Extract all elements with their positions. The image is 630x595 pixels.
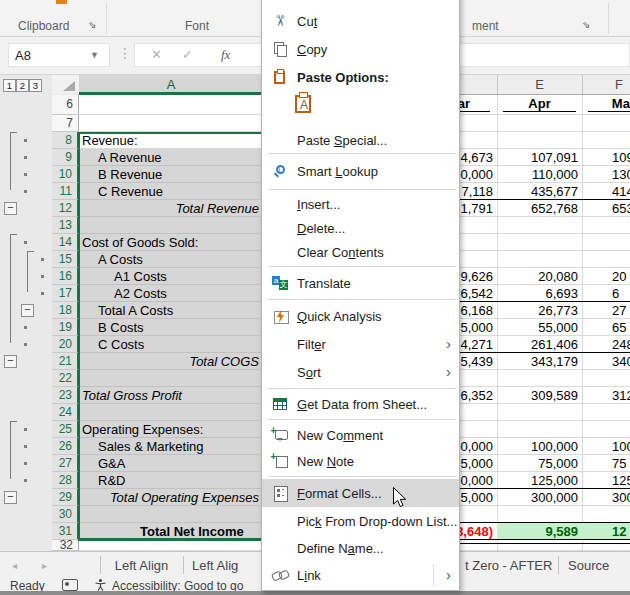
- alignment-dialog-launcher-icon[interactable]: ⇘: [582, 19, 590, 30]
- row-header[interactable]: 17: [52, 285, 79, 302]
- row-header[interactable]: 20: [52, 336, 79, 353]
- enter-icon[interactable]: ✓: [182, 47, 193, 62]
- sheet-tab-left-align[interactable]: Left Align: [100, 558, 183, 573]
- formula-bar-splitter-icon[interactable]: ⋮: [118, 45, 132, 61]
- cell-value[interactable]: 261,406: [497, 336, 582, 352]
- row-header[interactable]: 27: [52, 455, 79, 472]
- cell-value[interactable]: 248: [582, 336, 630, 352]
- cell-a15[interactable]: A Costs: [79, 251, 263, 268]
- menu-item-sort[interactable]: Sort›: [262, 358, 459, 386]
- menu-item-cut[interactable]: ✂Cut: [262, 7, 459, 35]
- cancel-icon[interactable]: ✕: [151, 47, 162, 62]
- row-header[interactable]: 15: [52, 251, 79, 268]
- cell-value[interactable]: 414: [582, 183, 630, 199]
- cell-value[interactable]: 20: [582, 268, 630, 284]
- sheet-nav-next-icon[interactable]: ▸: [42, 560, 47, 571]
- cell-value[interactable]: 27: [582, 302, 630, 318]
- cell-a23[interactable]: Total Gross Profit: [79, 387, 263, 404]
- row-header[interactable]: 10: [52, 166, 79, 183]
- cell-a18[interactable]: Total A Costs: [79, 302, 263, 319]
- cell-value[interactable]: 75: [582, 455, 630, 471]
- menu-item-smart-lookup[interactable]: iSmart Lookup: [262, 156, 459, 187]
- menu-item-pick-from-drop-down-list[interactable]: Pick From Drop-down List...: [262, 507, 459, 535]
- cell-value[interactable]: 6: [582, 285, 630, 301]
- row-header[interactable]: 14: [52, 234, 79, 251]
- cell-value[interactable]: 125: [582, 472, 630, 488]
- row-header[interactable]: 24: [52, 404, 79, 421]
- outline-collapse-button[interactable]: −: [4, 491, 17, 504]
- cell-value[interactable]: 6,693: [497, 285, 582, 301]
- menu-item-quick-analysis[interactable]: Quick Analysis: [262, 302, 459, 330]
- cell-a29[interactable]: Total Operating Expenses: [79, 489, 263, 506]
- cell-value[interactable]: 100: [582, 438, 630, 454]
- sheet-nav-prev-icon[interactable]: ◂: [12, 560, 17, 571]
- menu-item-paste-options[interactable]: Paste Options:: [262, 63, 459, 91]
- sheet-tab-source[interactable]: Source: [568, 558, 609, 573]
- menu-item-get-data-from-sheet[interactable]: Get Data from Sheet...: [262, 391, 459, 417]
- cell-a10[interactable]: B Revenue: [79, 166, 263, 183]
- cell-a6[interactable]: [79, 95, 263, 115]
- cell-a11[interactable]: C Revenue: [79, 183, 263, 200]
- sheet-tab-left-alig[interactable]: Left Alig: [192, 558, 238, 573]
- menu-item-link[interactable]: Link›: [262, 561, 459, 589]
- cell-value[interactable]: 65: [582, 319, 630, 335]
- row-header[interactable]: 11: [52, 183, 79, 200]
- menu-item-format-cells[interactable]: Format Cells...: [262, 479, 459, 507]
- cell-value[interactable]: 653: [582, 200, 630, 216]
- cell-value[interactable]: 107,091: [497, 149, 582, 165]
- cell-value[interactable]: 9,589: [497, 523, 582, 539]
- cell-value[interactable]: 55,000: [497, 319, 582, 335]
- cell-value[interactable]: 652,768: [497, 200, 582, 216]
- cell-value[interactable]: 343,179: [497, 353, 582, 369]
- clipboard-dialog-launcher-icon[interactable]: ⇘: [88, 19, 96, 30]
- menu-item-insert[interactable]: Insert...: [262, 192, 459, 216]
- cell-value[interactable]: 130: [582, 166, 630, 182]
- cell-a14[interactable]: Cost of Goods Sold:: [79, 234, 263, 251]
- row-header[interactable]: 9: [52, 149, 79, 166]
- cell-a13[interactable]: [79, 217, 263, 234]
- row-header[interactable]: 28: [52, 472, 79, 489]
- cell-value[interactable]: 110,000: [497, 166, 582, 182]
- row-header[interactable]: 12: [52, 200, 79, 217]
- cell-value[interactable]: 125,000: [497, 472, 582, 488]
- cell-a19[interactable]: B Costs: [79, 319, 263, 336]
- outline-collapse-button[interactable]: −: [4, 202, 17, 215]
- outline-level-3-button[interactable]: 3: [29, 79, 42, 92]
- row-header[interactable]: 25: [52, 421, 79, 438]
- menu-item-clear-contents[interactable]: Clear Contents: [262, 240, 459, 264]
- cell-a12[interactable]: Total Revenue: [79, 200, 263, 217]
- menu-item-paste-special[interactable]: Paste Special...: [262, 129, 459, 151]
- cell-value[interactable]: 109: [582, 149, 630, 165]
- menu-item-new-comment[interactable]: +New Comment: [262, 422, 459, 448]
- cell-value[interactable]: 75,000: [497, 455, 582, 471]
- cell-a7[interactable]: [79, 115, 263, 132]
- cell-a24[interactable]: [79, 404, 263, 421]
- column-header-E[interactable]: E: [497, 75, 582, 94]
- cell-value[interactable]: 12: [582, 523, 630, 539]
- outline-level-2-button[interactable]: 2: [16, 79, 29, 92]
- cell-a25[interactable]: Operating Expenses:: [79, 421, 263, 438]
- select-all-button[interactable]: [52, 75, 79, 94]
- row-header[interactable]: 30: [52, 506, 79, 523]
- name-box-dropdown-icon[interactable]: ▼: [90, 50, 99, 60]
- macro-record-icon[interactable]: [62, 579, 78, 591]
- menu-item-copy[interactable]: Copy: [262, 35, 459, 63]
- row-header[interactable]: 8: [52, 132, 79, 149]
- cell-value[interactable]: 340: [582, 353, 630, 369]
- cell-value[interactable]: 300: [582, 489, 630, 505]
- row-header[interactable]: 31: [52, 523, 79, 540]
- menu-item-filter[interactable]: Filter›: [262, 330, 459, 358]
- row-header[interactable]: 13: [52, 217, 79, 234]
- outline-collapse-button[interactable]: −: [21, 304, 34, 317]
- cell-a16[interactable]: A1 Costs: [79, 268, 263, 285]
- insert-function-icon[interactable]: fx: [221, 47, 230, 63]
- cell-a26[interactable]: Sales & Marketing: [79, 438, 263, 455]
- cell-a17[interactable]: A2 Costs: [79, 285, 263, 302]
- menu-item-define-name[interactable]: Define Name...: [262, 535, 459, 561]
- sheet-tab-zero-after[interactable]: t Zero - AFTER: [465, 558, 552, 573]
- column-header-F[interactable]: F: [582, 75, 630, 94]
- cell-a30[interactable]: [79, 506, 263, 523]
- cell-a20[interactable]: C Costs: [79, 336, 263, 353]
- month-header[interactable]: Apr: [503, 96, 576, 112]
- row-header[interactable]: 32: [52, 540, 79, 551]
